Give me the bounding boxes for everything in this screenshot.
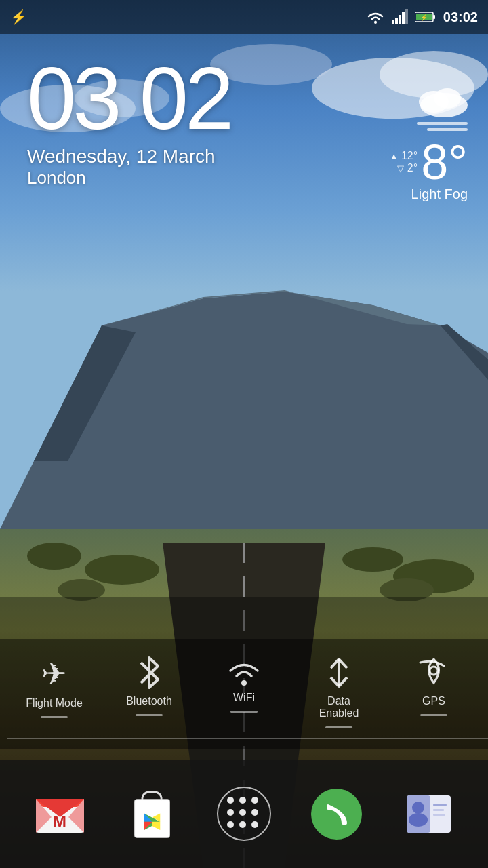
main-clock-time: 03 02 bbox=[27, 54, 230, 142]
gps-label: GPS bbox=[422, 695, 445, 707]
bluetooth-toggle[interactable]: Bluetooth bbox=[108, 656, 190, 716]
playstore-icon bbox=[127, 787, 178, 841]
data-toggle[interactable]: Data Enabled bbox=[298, 656, 380, 728]
dock-phone[interactable] bbox=[308, 785, 365, 843]
quick-settings-row: ✈ Flight Mode Bluetooth WiFi bbox=[7, 656, 481, 728]
dot-2 bbox=[239, 797, 246, 804]
dot-1 bbox=[227, 797, 234, 804]
svg-point-20 bbox=[374, 21, 377, 24]
clock-date: Wednesday, 12 March bbox=[27, 146, 230, 167]
phone-button bbox=[311, 789, 362, 840]
wifi-toggle-icon bbox=[227, 656, 261, 686]
people-icon-wrap bbox=[400, 785, 458, 843]
playstore-icon-wrap bbox=[123, 785, 181, 843]
svg-rect-53 bbox=[433, 814, 445, 816]
svg-point-50 bbox=[409, 813, 428, 827]
flight-mode-label: Flight Mode bbox=[26, 697, 83, 709]
status-right-icons: ⚡ 03:02 bbox=[366, 9, 478, 25]
dot-8 bbox=[239, 821, 246, 828]
flight-mode-indicator bbox=[41, 716, 68, 718]
signal-icon bbox=[392, 9, 408, 24]
clock-widget: 03 02 Wednesday, 12 March London bbox=[27, 54, 230, 189]
wifi-indicator bbox=[230, 711, 258, 713]
svg-rect-25 bbox=[405, 9, 408, 24]
svg-point-15 bbox=[342, 547, 403, 572]
svg-rect-51 bbox=[433, 804, 447, 806]
flight-mode-icon: ✈ bbox=[41, 656, 67, 692]
svg-point-32 bbox=[434, 88, 461, 108]
flight-mode-toggle[interactable]: ✈ Flight Mode bbox=[14, 656, 95, 718]
gmail-icon: M bbox=[35, 793, 85, 834]
temp-range: ▲ 12° ▽ 2° bbox=[390, 150, 418, 174]
svg-rect-21 bbox=[392, 20, 394, 24]
weather-description: Light Fog bbox=[390, 186, 468, 202]
svg-point-13 bbox=[27, 542, 81, 570]
dock-people[interactable] bbox=[400, 785, 458, 843]
data-label: Data Enabled bbox=[319, 695, 359, 719]
people-icon bbox=[403, 789, 454, 840]
svg-point-49 bbox=[412, 802, 424, 814]
clock-location: London bbox=[27, 167, 230, 189]
wifi-label: WiFi bbox=[233, 692, 255, 704]
wifi-toggle[interactable]: WiFi bbox=[203, 656, 285, 713]
temp-low: ▽ 2° bbox=[390, 162, 418, 174]
phone-icon bbox=[321, 799, 352, 829]
dot-6 bbox=[251, 809, 258, 816]
gps-toggle[interactable]: GPS bbox=[393, 656, 474, 716]
svg-point-33 bbox=[241, 680, 247, 686]
svg-rect-23 bbox=[399, 15, 401, 24]
current-temp: 8° bbox=[421, 138, 468, 186]
svg-rect-22 bbox=[395, 18, 398, 24]
svg-rect-52 bbox=[433, 809, 444, 811]
battery-icon: ⚡ bbox=[415, 11, 436, 23]
weather-temps: ▲ 12° ▽ 2° 8° bbox=[390, 138, 468, 186]
usb-icon: ⚡ bbox=[10, 9, 27, 25]
app-drawer-icon-wrap bbox=[216, 785, 273, 843]
weather-widget[interactable]: ▲ 12° ▽ 2° 8° Light Fog bbox=[390, 81, 468, 202]
temp-high: ▲ 12° bbox=[390, 150, 418, 162]
dot-7 bbox=[227, 821, 234, 828]
phone-icon-wrap bbox=[308, 785, 365, 843]
svg-rect-27 bbox=[433, 15, 435, 19]
svg-text:⚡: ⚡ bbox=[420, 14, 428, 22]
bluetooth-icon bbox=[134, 656, 165, 690]
gmail-icon-wrap: M bbox=[31, 785, 89, 843]
dot-9 bbox=[251, 821, 258, 828]
weather-cloud-icon bbox=[410, 81, 468, 119]
status-left-icons: ⚡ bbox=[10, 9, 27, 25]
app-drawer-button[interactable] bbox=[217, 787, 271, 841]
fog-line-1 bbox=[417, 122, 468, 125]
svg-text:M: M bbox=[53, 812, 66, 831]
dock-playstore[interactable] bbox=[123, 785, 181, 843]
dock-gmail[interactable]: M bbox=[31, 785, 89, 843]
data-icon bbox=[324, 656, 354, 690]
apps-grid bbox=[227, 797, 261, 831]
data-indicator bbox=[325, 726, 352, 728]
dot-5 bbox=[239, 809, 246, 816]
bluetooth-label: Bluetooth bbox=[126, 695, 172, 707]
weather-fog bbox=[390, 122, 468, 131]
dot-4 bbox=[227, 809, 234, 816]
status-bar: ⚡ ⚡ 03:02 bbox=[0, 0, 488, 34]
svg-point-14 bbox=[85, 555, 159, 585]
bluetooth-indicator bbox=[136, 714, 163, 716]
dock-app-drawer[interactable] bbox=[216, 785, 273, 843]
svg-rect-24 bbox=[402, 12, 405, 24]
dock: M bbox=[0, 760, 488, 868]
svg-point-35 bbox=[430, 667, 438, 675]
wifi-status-icon bbox=[366, 9, 385, 24]
gps-icon bbox=[417, 656, 451, 690]
settings-divider bbox=[7, 738, 488, 739]
gps-indicator bbox=[420, 714, 447, 716]
dot-3 bbox=[251, 797, 258, 804]
fog-line-2 bbox=[427, 128, 468, 131]
quick-settings-panel: ✈ Flight Mode Bluetooth WiFi bbox=[0, 639, 488, 749]
status-time: 03:02 bbox=[443, 9, 478, 25]
